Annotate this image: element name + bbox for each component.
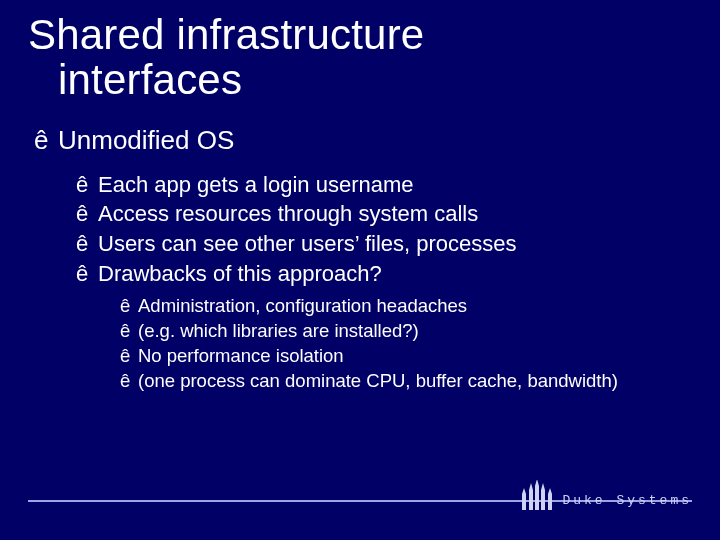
list-item: ê Access resources through system calls: [76, 199, 692, 229]
list-item: ê Each app gets a login username: [76, 170, 692, 200]
svg-marker-3: [529, 483, 533, 490]
bullet-glyph: ê: [120, 294, 138, 319]
list-item: ê (e.g. which libraries are installed?): [120, 319, 692, 344]
level1-text: Unmodified OS: [58, 125, 234, 155]
bullet-glyph: ê: [76, 170, 98, 200]
svg-rect-6: [541, 490, 545, 510]
bullet-glyph: ê: [76, 259, 98, 289]
svg-marker-9: [548, 488, 552, 494]
bullet-level2-group: ê Each app gets a login username ê Acces…: [76, 170, 692, 289]
level2-text: Users can see other users’ files, proces…: [98, 229, 517, 259]
bullet-glyph: ê: [76, 229, 98, 259]
bullet-glyph: ê: [120, 319, 138, 344]
brand: Duke Systems: [520, 480, 692, 510]
svg-marker-1: [522, 488, 526, 494]
level3-text: (one process can dominate CPU, buffer ca…: [138, 369, 618, 394]
title-line-2: interfaces: [28, 57, 692, 102]
level3-text: No performance isolation: [138, 344, 344, 369]
svg-marker-5: [535, 480, 539, 486]
level2-text: Drawbacks of this approach?: [98, 259, 382, 289]
bullet-glyph: ê: [120, 344, 138, 369]
svg-rect-0: [522, 494, 526, 510]
duke-chapel-icon: [520, 480, 554, 510]
list-item: ê No performance isolation: [120, 344, 692, 369]
svg-rect-2: [529, 490, 533, 510]
level2-text: Each app gets a login username: [98, 170, 414, 200]
svg-rect-8: [548, 494, 552, 510]
bullet-glyph: ê: [76, 199, 98, 229]
slide-footer: Duke Systems: [28, 500, 692, 510]
bullet-level3-group: ê Administration, configuration headache…: [120, 294, 692, 394]
bullet-glyph: ê: [120, 369, 138, 394]
list-item: ê (one process can dominate CPU, buffer …: [120, 369, 692, 394]
list-item: ê Users can see other users’ files, proc…: [76, 229, 692, 259]
list-item: ê Administration, configuration headache…: [120, 294, 692, 319]
slide-title: Shared infrastructure interfaces: [28, 12, 692, 103]
title-line-1: Shared infrastructure: [28, 11, 424, 58]
svg-marker-7: [541, 483, 545, 490]
level3-text: (e.g. which libraries are installed?): [138, 319, 419, 344]
level2-text: Access resources through system calls: [98, 199, 478, 229]
slide: Shared infrastructure interfaces êUnmodi…: [0, 0, 720, 540]
bullet-level1: êUnmodified OS: [34, 125, 692, 156]
level3-text: Administration, configuration headaches: [138, 294, 467, 319]
brand-text: Duke Systems: [562, 493, 692, 510]
svg-rect-4: [535, 486, 539, 510]
list-item: ê Drawbacks of this approach?: [76, 259, 692, 289]
bullet-glyph: ê: [34, 125, 58, 156]
